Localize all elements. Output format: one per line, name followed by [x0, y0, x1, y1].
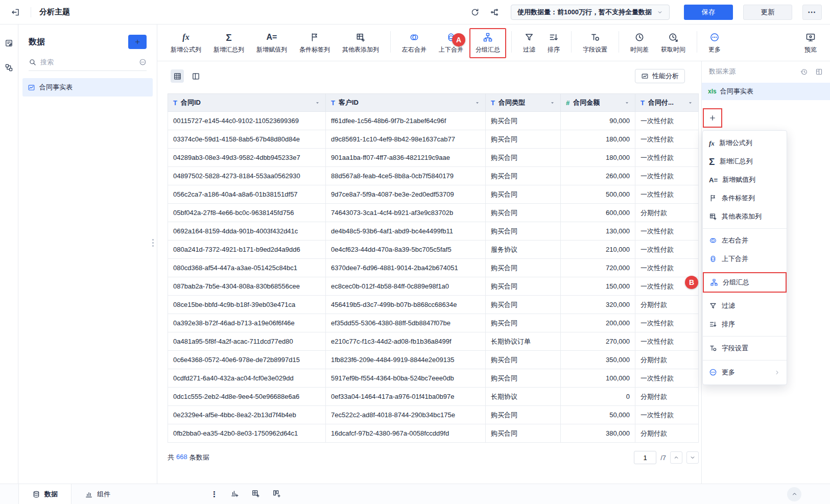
performance-analysis-button[interactable]: 性能分析 [635, 69, 685, 83]
toolbar-item-sigma[interactable]: Σ新增汇总列 [207, 28, 250, 58]
exit-edit-button[interactable] [8, 5, 22, 19]
tab-data[interactable]: 数据 [18, 484, 72, 504]
column-dropdown-icon[interactable] [548, 100, 555, 106]
table-row[interactable]: 0dc1c555-2eb2-4d8e-9ee4-50e96688e6a60ef3… [168, 388, 699, 406]
board-plus-icon [272, 489, 281, 498]
column-dropdown-icon[interactable] [313, 100, 320, 106]
table-row[interactable]: 080a241d-7372-4921-b171-b9ed2d4a9dd60e4c… [168, 241, 699, 259]
group-icon [710, 278, 718, 286]
menu-item-sigma[interactable]: Σ新增汇总列 [703, 152, 787, 171]
tab-components[interactable]: 组件 [72, 484, 124, 504]
toolbar-item-flag[interactable]: 条件标签列 [293, 28, 336, 58]
history-icon[interactable] [800, 68, 808, 76]
column-header-4[interactable]: T合同付... [635, 93, 699, 112]
page-total: /7 [660, 454, 666, 462]
column-header-1[interactable]: T客户ID [326, 93, 486, 112]
table-row[interactable]: 0692a164-8159-4dda-901b-4003f432d41cde4b… [168, 222, 699, 241]
table-row[interactable]: 04897502-5828-4273-8184-553aa056293088d5… [168, 167, 699, 185]
toolbar-item-more[interactable]: 更多 [702, 28, 727, 58]
update-button[interactable]: 更新 [743, 5, 792, 20]
toolbar-item-get-time[interactable]: 获取时间 [655, 28, 692, 58]
source-table-name: 合同事实表 [720, 87, 753, 96]
flow-view-button[interactable] [487, 5, 502, 19]
menu-item-more[interactable]: 更多 [703, 363, 787, 381]
menu-item-venn-lr[interactable]: 左右合并 [703, 231, 787, 250]
flag-icon [709, 194, 717, 202]
refresh-button[interactable] [468, 5, 482, 19]
sidebar-table-item[interactable]: 合同事实表 [22, 78, 153, 97]
table-row[interactable]: 05bf042a-27f8-4e66-bc0c-9638145fd7567464… [168, 204, 699, 222]
toolbar-item-venn-lr[interactable]: 左右合并 [396, 28, 433, 58]
refresh-icon [470, 8, 480, 17]
table-row[interactable]: 0cdfd271-6a40-432a-ac04-fcf0e3e029dd5917… [168, 369, 699, 388]
chevron-right-icon [774, 369, 780, 376]
page-input[interactable] [634, 451, 656, 464]
column-header-2[interactable]: T合同类型 [486, 93, 561, 112]
menu-item-fx[interactable]: fx新增公式列 [703, 134, 787, 152]
board-plus-button[interactable] [272, 489, 281, 499]
menu-item-field[interactable]: 字段设置 [703, 339, 787, 357]
table-row[interactable]: 0fb2bba0-ea35-42b0-8e03-1750962d64c116dc… [168, 424, 699, 443]
toolbar-item-field[interactable]: 字段设置 [577, 28, 613, 58]
add-table-button[interactable] [128, 35, 147, 49]
chart-plus-button[interactable] [230, 489, 239, 499]
topbar-more-button[interactable]: ⋯ [802, 5, 822, 20]
toolbar-item-preview[interactable]: 预览 [798, 28, 823, 58]
add-column-button[interactable] [703, 108, 722, 128]
column-dropdown-icon[interactable] [685, 100, 693, 106]
toolbar-divider [619, 31, 619, 53]
column-dropdown-icon[interactable] [472, 100, 480, 106]
toolbar-item-fx[interactable]: fx新增公式列 [164, 28, 207, 58]
panel-resize-handle[interactable] [152, 239, 154, 247]
data-limit-select[interactable]: 使用数据量：前1000万行，暂不支持全量数据 [511, 5, 670, 20]
toolbar-item-time-diff[interactable]: 时间差 [624, 28, 655, 58]
table-row[interactable]: 03374c0e-59d1-4158-8ab5-67b48d80d84ed9c8… [168, 130, 699, 149]
menu-item-sort[interactable]: 排序 [703, 315, 787, 333]
menu-item-group[interactable]: 分组汇总B [703, 272, 787, 293]
table-cell: 00115727-e145-44c0-9102-110523699369 [168, 112, 326, 130]
search-input[interactable] [40, 58, 135, 66]
collapse-panel-button[interactable] [787, 487, 801, 501]
relation-view-button[interactable] [3, 61, 15, 74]
menu-item-label: 新增赋值列 [722, 175, 755, 184]
next-page-button[interactable] [686, 451, 699, 464]
toolbar-item-table-add[interactable]: 其他表添加列 [336, 28, 385, 58]
table-row[interactable]: 04289ab3-08e3-49d3-9582-4dbb945233e7901a… [168, 149, 699, 167]
column-header-3[interactable]: #合同金额 [561, 93, 635, 112]
grid-plus-button[interactable] [251, 489, 260, 499]
table-row[interactable]: 080cd368-af54-447a-a3ae-051425c84bc16370… [168, 259, 699, 277]
table-cell: 分期付款 [635, 296, 699, 314]
table-row[interactable]: 08ce15be-bbfd-4c9b-b18f-39eb03e471ca4564… [168, 296, 699, 314]
prev-page-button[interactable] [670, 451, 682, 464]
table-row[interactable]: 087bab2a-7b5e-4304-808a-830b68556ceeec8c… [168, 277, 699, 296]
edit-table-view-button[interactable] [3, 37, 15, 49]
search-options-icon[interactable] [139, 58, 147, 66]
table-cell: 购买合同 [486, 130, 561, 149]
menu-item-assign[interactable]: A=新增赋值列 [703, 171, 787, 189]
column-dropdown-icon[interactable] [622, 100, 630, 106]
table-view-toggle[interactable] [171, 69, 184, 83]
layout-icon[interactable] [815, 68, 823, 76]
table-row[interactable]: 0a481a95-5f8f-4a2f-acac-711dcd77ed80e210… [168, 332, 699, 351]
table-cell: 0c6e4368-0572-40e6-978e-de72b8997d15 [168, 351, 326, 369]
page-title: 分析主题 [39, 7, 70, 17]
card-view-toggle[interactable] [189, 69, 202, 83]
column-header-0[interactable]: T合同ID [168, 93, 326, 112]
toolbar-item-assign[interactable]: A=新增赋值列 [250, 28, 293, 58]
source-table-item[interactable]: xls 合同事实表 [702, 83, 830, 100]
menu-item-venn-tb[interactable]: 上下合并 [703, 250, 787, 268]
table-cell: 分期付款 [635, 204, 699, 222]
toolbar-item-sort[interactable]: 排序 [541, 28, 566, 58]
table-row[interactable]: 056c2ca7-a186-40a4-a8a6-01b38151df579d7c… [168, 185, 699, 204]
table-row[interactable]: 0a392e38-b72f-46ad-b713-a19e06f6f46eef35… [168, 314, 699, 332]
menu-item-flag[interactable]: 条件标签列 [703, 189, 787, 207]
table-row[interactable]: 0c6e4368-0572-40e6-978e-de72b8997d151fb8… [168, 351, 699, 369]
menu-item-filter[interactable]: 过滤 [703, 297, 787, 315]
table-row[interactable]: 0e2329e4-af5e-4bbc-8ea2-2b13d7f4b4eb7ec5… [168, 406, 699, 424]
menu-item-table-add[interactable]: 其他表添加列 [703, 207, 787, 226]
toolbar-item-group[interactable]: 分组汇总A [469, 28, 506, 58]
tabs-overflow-handle[interactable]: ⋮ [210, 490, 218, 498]
save-button[interactable]: 保存 [684, 5, 733, 20]
toolbar-item-filter[interactable]: 过滤 [517, 28, 541, 58]
table-row[interactable]: 00115727-e145-44c0-9102-110523699369ff61… [168, 112, 699, 130]
